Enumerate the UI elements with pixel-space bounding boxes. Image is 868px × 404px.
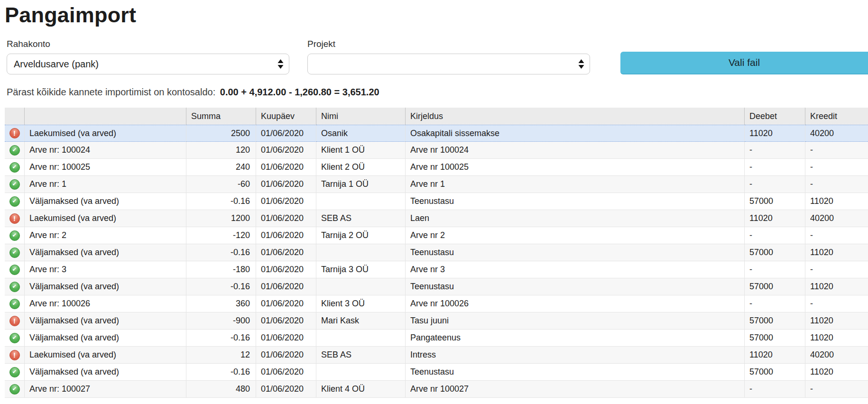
cell-kuupaev: 01/06/2020: [256, 176, 316, 193]
cell-entry-type: Väljamaksed (va arved): [25, 244, 186, 261]
projekt-label: Projekt: [307, 39, 590, 49]
cell-nimi: SEB AS: [316, 347, 406, 364]
cell-kuupaev: 01/06/2020: [256, 330, 316, 347]
success-icon: [9, 145, 20, 156]
transactions-table: Summa Kuupäev Nimi Kirjeldus Deebet Kree…: [5, 108, 868, 398]
rahakonto-select[interactable]: Arveldusarve (pank): [7, 54, 289, 74]
balance-prefix: Pärast kõikide kannete importimist on ko…: [7, 87, 215, 97]
cell-summa: 360: [186, 295, 256, 312]
column-header-nimi: Nimi: [316, 108, 406, 125]
cell-summa: -900: [186, 312, 256, 330]
cell-kreedit: 11020: [805, 312, 868, 330]
cell-kuupaev: 01/06/2020: [256, 193, 316, 210]
cell-nimi: Tarnija 1 OÜ: [316, 176, 406, 193]
table-row[interactable]: Väljamaksed (va arved) -900 01/06/2020 M…: [5, 312, 868, 330]
cell-deebet: -: [745, 159, 805, 176]
cell-kreedit: 11020: [805, 193, 868, 210]
table-row[interactable]: Laekumised (va arved) 2500 01/06/2020 Os…: [5, 125, 868, 142]
cell-kuupaev: 01/06/2020: [256, 278, 316, 295]
warning-icon: [9, 350, 20, 360]
table-row[interactable]: Väljamaksed (va arved) -0.16 01/06/2020 …: [5, 330, 868, 347]
success-icon: [9, 282, 20, 292]
cell-summa: 1200: [186, 210, 256, 227]
cell-kreedit: -: [805, 142, 868, 159]
cell-nimi: Osanik: [316, 125, 406, 142]
cell-summa: -180: [186, 261, 256, 278]
cell-kuupaev: 01/06/2020: [256, 142, 316, 159]
cell-summa: -120: [186, 227, 256, 244]
cell-nimi: Tarnija 3 OÜ: [316, 261, 406, 278]
cell-deebet: 57000: [745, 330, 805, 347]
cell-nimi: [316, 193, 406, 210]
success-icon: [9, 299, 20, 309]
cell-entry-type: Laekumised (va arved): [25, 125, 186, 142]
cell-kreedit: 40200: [805, 125, 868, 142]
cell-entry-type: Arve nr: 1: [25, 176, 186, 193]
warning-icon: [9, 213, 20, 224]
cell-deebet: -: [745, 227, 805, 244]
table-row[interactable]: Arve nr: 2 -120 01/06/2020 Tarnija 2 OÜ …: [5, 227, 868, 244]
cell-kirjeldus: Teenustasu: [406, 278, 745, 295]
cell-kreedit: -: [805, 381, 868, 398]
cell-deebet: 57000: [745, 364, 805, 381]
cell-deebet: -: [745, 295, 805, 312]
table-row[interactable]: Väljamaksed (va arved) -0.16 01/06/2020 …: [5, 278, 868, 295]
table-row[interactable]: Arve nr: 1 -60 01/06/2020 Tarnija 1 OÜ A…: [5, 176, 868, 193]
success-icon: [9, 248, 20, 258]
cell-kuupaev: 01/06/2020: [256, 364, 316, 381]
table-header-row: Summa Kuupäev Nimi Kirjeldus Deebet Kree…: [5, 108, 868, 125]
cell-kreedit: 11020: [805, 244, 868, 261]
cell-nimi: Tarnija 2 OÜ: [316, 227, 406, 244]
table-row[interactable]: Arve nr: 100026 360 01/06/2020 Klient 3 …: [5, 295, 868, 312]
cell-nimi: [316, 330, 406, 347]
table-row[interactable]: Väljamaksed (va arved) -0.16 01/06/2020 …: [5, 364, 868, 381]
cell-kirjeldus: Pangateenus: [406, 330, 745, 347]
cell-kuupaev: 01/06/2020: [256, 227, 316, 244]
table-row[interactable]: Arve nr: 100027 480 01/06/2020 Klient 4 …: [5, 381, 868, 398]
cell-kirjeldus: Arve nr 2: [406, 227, 745, 244]
success-icon: [9, 367, 20, 377]
cell-kuupaev: 01/06/2020: [256, 210, 316, 227]
cell-kuupaev: 01/06/2020: [256, 312, 316, 330]
table-row[interactable]: Laekumised (va arved) 12 01/06/2020 SEB …: [5, 347, 868, 364]
cell-kreedit: 11020: [805, 278, 868, 295]
page-title: Pangaimport: [5, 3, 868, 28]
cell-kreedit: -: [805, 261, 868, 278]
cell-kreedit: -: [805, 295, 868, 312]
table-row[interactable]: Väljamaksed (va arved) -0.16 01/06/2020 …: [5, 193, 868, 210]
cell-kreedit: 11020: [805, 364, 868, 381]
table-row[interactable]: Arve nr: 100025 240 01/06/2020 Klient 2 …: [5, 159, 868, 176]
cell-kuupaev: 01/06/2020: [256, 381, 316, 398]
cell-nimi: [316, 278, 406, 295]
cell-summa: 480: [186, 381, 256, 398]
cell-entry-type: Arve nr: 100025: [25, 159, 186, 176]
rahakonto-selected-value: Arveldusarve (pank): [14, 59, 277, 70]
cell-summa: -60: [186, 176, 256, 193]
cell-kirjeldus: Tasu juuni: [406, 312, 745, 330]
cell-summa: 240: [186, 159, 256, 176]
cell-kuupaev: 01/06/2020: [256, 125, 316, 142]
cell-nimi: [316, 244, 406, 261]
cell-deebet: 57000: [745, 244, 805, 261]
cell-entry-type: Väljamaksed (va arved): [25, 278, 186, 295]
cell-kirjeldus: Osakapitali sissemakse: [406, 125, 745, 142]
table-row[interactable]: Arve nr: 100024 120 01/06/2020 Klient 1 …: [5, 142, 868, 159]
projekt-filter-group: Projekt: [307, 39, 590, 74]
table-row[interactable]: Väljamaksed (va arved) -0.16 01/06/2020 …: [5, 244, 868, 261]
cell-kirjeldus: Teenustasu: [406, 364, 745, 381]
cell-summa: -0.16: [186, 364, 256, 381]
success-icon: [9, 162, 20, 173]
cell-kreedit: 40200: [805, 210, 868, 227]
success-icon: [9, 230, 20, 241]
cell-entry-type: Väljamaksed (va arved): [25, 312, 186, 330]
table-row[interactable]: Laekumised (va arved) 1200 01/06/2020 SE…: [5, 210, 868, 227]
table-row[interactable]: Arve nr: 3 -180 01/06/2020 Tarnija 3 OÜ …: [5, 261, 868, 278]
cell-deebet: 11020: [745, 347, 805, 364]
choose-file-button[interactable]: Vali fail: [620, 52, 868, 74]
rahakonto-label: Rahakonto: [7, 39, 289, 49]
rahakonto-filter-group: Rahakonto Arveldusarve (pank): [7, 39, 289, 74]
projekt-select[interactable]: [307, 54, 590, 74]
cell-summa: 2500: [186, 125, 256, 142]
column-header-kirjeldus: Kirjeldus: [406, 108, 745, 125]
cell-kreedit: -: [805, 227, 868, 244]
